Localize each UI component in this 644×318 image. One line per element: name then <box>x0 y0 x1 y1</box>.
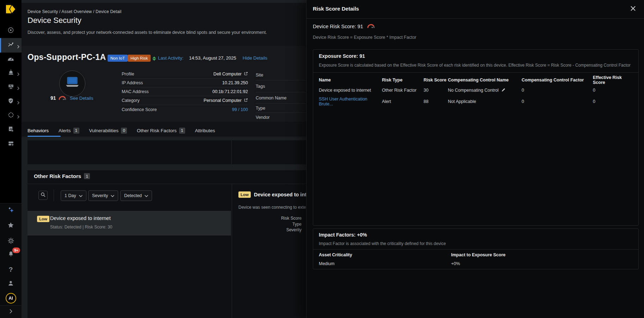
sidebar-item-integrations[interactable] <box>0 109 22 123</box>
sidebar-collapse-button[interactable] <box>0 305 22 318</box>
panel-title: Risk Score Details <box>313 6 359 12</box>
sidebar-item-ai-profile[interactable]: AI <box>0 291 22 305</box>
field-label: Type <box>256 106 265 111</box>
activity-sparkle-icon <box>7 41 14 50</box>
risk-gauge-icon <box>58 95 67 102</box>
sidebar-item-help[interactable]: ? <box>0 263 22 277</box>
table-top-divider <box>313 72 638 73</box>
sidebar-item-settings[interactable] <box>0 234 22 249</box>
impact-table-header: Asset Criticality Impact to Exposure Sco… <box>319 251 633 259</box>
chevron-right-icon <box>17 71 20 78</box>
report-icon <box>7 126 14 134</box>
screen: 9+ ? AI Device Security / Asset Overview… <box>0 0 644 318</box>
field-row-ip: IP Address 10.21.39.250 <box>122 79 248 87</box>
gear-icon <box>7 237 14 246</box>
edit-pencil-icon[interactable] <box>501 88 505 93</box>
impact-factors-description: Impact Factor is associated with the cri… <box>319 241 446 246</box>
field-label: Vendor <box>256 115 270 120</box>
tab-count-badge: 1 <box>73 128 79 134</box>
sidebar-item-devices[interactable] <box>0 80 22 94</box>
list-detail-divider <box>232 184 232 318</box>
status-dropdown[interactable]: Detected <box>120 190 152 201</box>
severity-dropdown[interactable]: Severity <box>88 190 118 201</box>
field-value: 10.21.39.250 <box>222 80 248 85</box>
shield-check-icon <box>7 97 14 106</box>
star-icon <box>7 221 14 230</box>
panel-divider <box>231 140 232 164</box>
chevron-down-icon <box>145 193 148 198</box>
tab-attributes[interactable]: Attributes <box>195 128 215 133</box>
cell-name: Device exposed to internet <box>319 88 382 93</box>
search-button[interactable] <box>38 191 48 200</box>
laptop-icon <box>64 76 80 91</box>
detail-severity-badge: Low <box>238 191 251 198</box>
table-row: SSH User Authentication Brute... Alert 8… <box>319 96 633 107</box>
cell-name-link[interactable]: SSH User Authentication Brute... <box>319 97 382 106</box>
alarm-icon <box>7 69 14 77</box>
cell-comp-factor: 0 <box>522 99 593 104</box>
sidebar-item-favorites[interactable] <box>0 219 22 233</box>
column-header: Impact to Exposure Score <box>451 252 633 257</box>
chevron-right-icon <box>17 114 20 120</box>
risk-score-formula: Device Risk Score = Exposure Score * Imp… <box>313 35 417 40</box>
field-label: Profile <box>122 72 134 77</box>
field-row-confidence: Confidence Score 99 / 100 <box>122 105 248 114</box>
tab-alerts[interactable]: Alerts1 <box>59 128 79 134</box>
external-link-icon[interactable] <box>244 98 248 103</box>
close-button[interactable] <box>628 5 638 14</box>
sidebar-item-dashboard[interactable] <box>0 52 22 66</box>
close-icon <box>630 6 636 13</box>
column-header: Compensating Control Name <box>448 78 522 82</box>
tab-other-risk-factors[interactable]: Other Risk Factors1 <box>137 128 185 134</box>
field-value: 00:1b:71:22:01:92 <box>212 89 248 94</box>
table-top-divider <box>313 249 638 250</box>
chevron-down-icon <box>111 193 114 198</box>
sidebar-item-alerts[interactable] <box>0 66 22 80</box>
risk-factor-subtitle: Status: Detected | Risk Score: 30 <box>50 225 113 230</box>
sidebar-item-discover[interactable] <box>0 24 22 38</box>
device-avatar <box>59 71 85 97</box>
tab-vulnerabilities[interactable]: Vulnerabilities0 <box>89 128 127 134</box>
section-count-badge: 1 <box>84 173 90 179</box>
sidebar-item-device-security[interactable] <box>0 38 22 53</box>
sidebar-item-boards[interactable] <box>0 137 22 151</box>
confidence-score-value[interactable]: 99 / 100 <box>232 107 248 112</box>
field-row-profile: Profile Dell Computer <box>122 70 248 79</box>
column-header: Asset Criticality <box>319 252 451 257</box>
sidebar-item-notifications[interactable]: 9+ <box>0 247 22 262</box>
risk-factor-list-item[interactable]: Low Device exposed to internet Status: D… <box>28 211 231 236</box>
dotted-circle-icon <box>7 111 14 120</box>
hide-details-link[interactable]: Hide Details <box>243 55 267 61</box>
exposure-score-title: Exposure Score: 91 <box>319 53 365 59</box>
last-activity-label: Last Activity: <box>158 55 183 61</box>
radar-icon <box>7 26 14 35</box>
table-row: Device exposed to internet Other Risk Fa… <box>319 85 633 96</box>
notification-count-badge: 9+ <box>12 247 20 253</box>
chevron-right-icon <box>17 44 20 50</box>
user-icon <box>7 280 14 288</box>
breadcrumb[interactable]: Device Security / Asset Overview / Devic… <box>28 9 121 14</box>
column-header: Compensating Control Factor <box>522 78 593 82</box>
sidebar-item-security-posture[interactable] <box>0 94 22 109</box>
see-details-link[interactable]: See Details <box>70 96 93 101</box>
tab-behaviors[interactable]: Behaviors <box>28 128 49 133</box>
field-label: MAC Address <box>122 89 148 94</box>
external-link-icon[interactable] <box>244 72 248 77</box>
cell-comp-name: No Compensating Control <box>448 88 499 93</box>
sidebar-item-ai-assistant[interactable] <box>0 203 22 218</box>
field-row-tags: Tags <box>256 80 309 92</box>
cell-risk-score: 88 <box>424 99 448 104</box>
panel-divider <box>306 18 644 19</box>
sidebar-item-reports[interactable] <box>0 123 22 137</box>
cell-effective-score: 0 <box>593 99 633 104</box>
field-label: Common Name <box>256 96 287 100</box>
impact-factors-card: Impact Factors: +0% Impact Factor is ass… <box>313 228 639 269</box>
sidebar-item-account[interactable] <box>0 277 22 291</box>
cell-comp-factor: 0 <box>522 88 593 93</box>
brand-logo-icon[interactable] <box>5 4 17 15</box>
chevron-down-icon <box>79 193 83 198</box>
time-range-dropdown[interactable]: 1 Day <box>61 190 86 201</box>
field-row-common-name: Common Name <box>256 92 309 104</box>
cell-comp-name: Not Applicable <box>448 99 522 104</box>
field-row-site: Site <box>256 70 309 80</box>
